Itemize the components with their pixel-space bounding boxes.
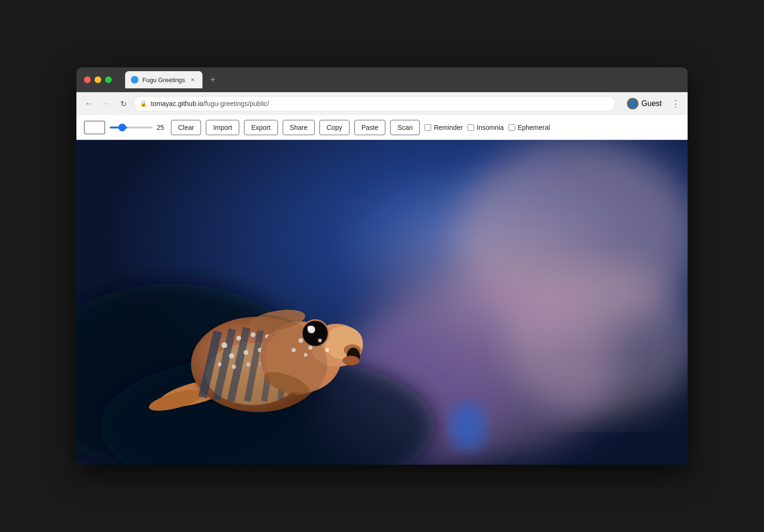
import-button[interactable]: Import bbox=[206, 120, 239, 135]
close-button[interactable] bbox=[84, 76, 91, 83]
size-slider-container: 25 bbox=[110, 124, 166, 131]
tab-title: Fugu Greetings bbox=[142, 76, 185, 84]
reminder-checkbox-label[interactable]: Reminder bbox=[424, 124, 463, 131]
svg-point-54 bbox=[325, 348, 329, 352]
reminder-label: Reminder bbox=[434, 124, 463, 131]
url-display: tomayac.github.io/fugu-greetings/public/ bbox=[151, 100, 609, 107]
svg-point-8 bbox=[449, 403, 487, 450]
svg-point-45 bbox=[308, 326, 311, 330]
nav-right-controls: 👤 Guest ⋮ bbox=[623, 96, 682, 111]
fish-svg bbox=[76, 140, 688, 465]
canvas-area[interactable] bbox=[76, 140, 688, 465]
clear-button[interactable]: Clear bbox=[171, 120, 201, 135]
scan-button[interactable]: Scan bbox=[390, 120, 420, 135]
active-tab[interactable]: 🌐 Fugu Greetings ✕ bbox=[125, 71, 202, 88]
svg-point-56 bbox=[201, 319, 315, 400]
back-button[interactable]: ← bbox=[82, 97, 96, 110]
forward-button[interactable]: → bbox=[99, 97, 113, 110]
tab-favicon-icon: 🌐 bbox=[131, 76, 138, 84]
insomnia-checkbox[interactable] bbox=[467, 124, 474, 131]
browser-menu-button[interactable]: ⋮ bbox=[669, 96, 682, 111]
profile-button[interactable]: 👤 Guest bbox=[623, 96, 666, 111]
browser-window: 🌐 Fugu Greetings ✕ + ← → ↻ 🔒 tomayac.git… bbox=[76, 67, 688, 465]
nav-bar: ← → ↻ 🔒 tomayac.github.io/fugu-greetings… bbox=[76, 92, 688, 115]
paste-button[interactable]: Paste bbox=[354, 120, 386, 135]
tab-close-button[interactable]: ✕ bbox=[189, 76, 197, 84]
url-base: tomayac.github.io bbox=[151, 100, 203, 107]
address-bar[interactable]: 🔒 tomayac.github.io/fugu-greetings/publi… bbox=[134, 96, 615, 111]
maximize-button[interactable] bbox=[105, 76, 112, 83]
export-button[interactable]: Export bbox=[244, 120, 277, 135]
insomnia-label: Insomnia bbox=[477, 124, 504, 131]
fish-scene bbox=[76, 140, 688, 465]
app-toolbar: 25 Clear Import Export Share Copy Paste … bbox=[76, 115, 688, 140]
minimize-button[interactable] bbox=[95, 76, 101, 83]
tab-bar: 🌐 Fugu Greetings ✕ + bbox=[125, 67, 680, 92]
ephemeral-checkbox-label[interactable]: Ephemeral bbox=[509, 124, 550, 131]
slider-value-display: 25 bbox=[157, 124, 166, 131]
new-tab-button[interactable]: + bbox=[206, 73, 220, 86]
profile-avatar-icon: 👤 bbox=[627, 98, 638, 109]
ephemeral-checkbox[interactable] bbox=[509, 124, 515, 131]
size-slider[interactable] bbox=[110, 127, 153, 128]
insomnia-checkbox-label[interactable]: Insomnia bbox=[467, 124, 504, 131]
profile-label: Guest bbox=[641, 99, 662, 108]
color-swatch[interactable] bbox=[84, 121, 105, 134]
reload-button[interactable]: ↻ bbox=[117, 97, 130, 110]
copy-button[interactable]: Copy bbox=[319, 120, 350, 135]
title-bar: 🌐 Fugu Greetings ✕ + bbox=[76, 67, 688, 92]
reminder-checkbox[interactable] bbox=[424, 124, 431, 131]
ephemeral-label: Ephemeral bbox=[518, 124, 550, 131]
svg-point-41 bbox=[342, 356, 360, 365]
traffic-lights bbox=[84, 76, 112, 83]
url-path: /fugu-greetings/public/ bbox=[203, 100, 269, 107]
share-button[interactable]: Share bbox=[283, 120, 315, 135]
security-icon: 🔒 bbox=[140, 100, 147, 107]
